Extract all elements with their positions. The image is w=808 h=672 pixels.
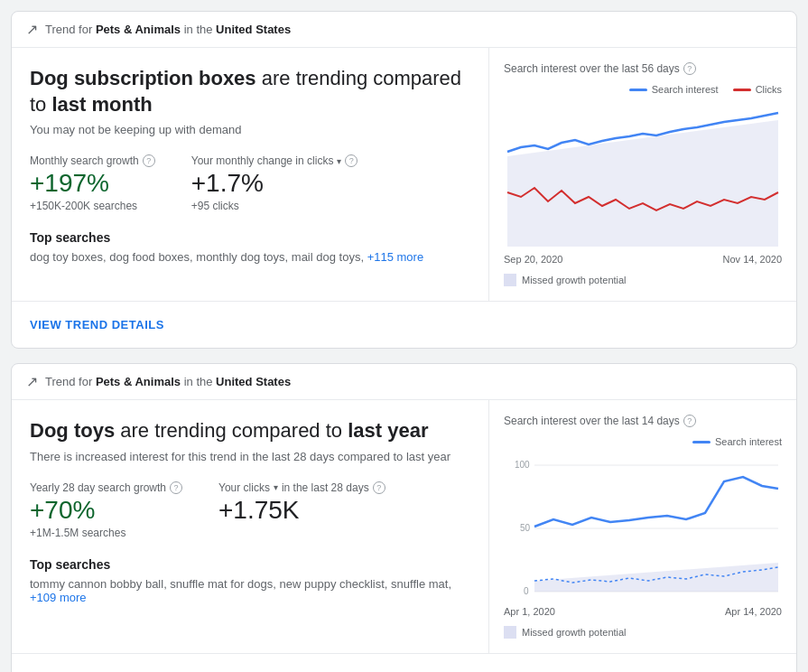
info-icon-clicks-2[interactable]: ?	[373, 481, 385, 494]
metric-clicks-2: Your clicks ▾ in the last 28 days ? +1.7…	[218, 481, 385, 539]
trend-subtitle-1: You may not be keeping up with demand	[30, 123, 470, 136]
metric-value-search-1: +197%	[30, 171, 155, 196]
metrics-row-1: Monthly search growth ? +197% +150K-200K…	[30, 154, 470, 212]
legend-line-blue-1	[629, 89, 647, 91]
header-location-1: United States	[216, 23, 291, 36]
legend-line-blue-2	[692, 441, 710, 443]
trend-period-1: last month	[51, 93, 152, 116]
svg-marker-7	[534, 563, 778, 592]
metric-sub-clicks-1: +95 clicks	[191, 200, 358, 212]
svg-text:50: 50	[520, 523, 531, 533]
metric-label-clicks-2: Your clicks ▾ in the last 28 days ?	[218, 481, 385, 494]
card-footer-2: VIEW TREND DETAILS	[12, 653, 796, 672]
info-icon-search-1[interactable]: ?	[143, 154, 155, 167]
trend-card-2: ↗ Trend for Pets & Animals in the United…	[11, 363, 797, 672]
header-text-1: Trend for Pets & Animals in the United S…	[45, 23, 291, 36]
metric-search-growth-1: Monthly search growth ? +197% +150K-200K…	[30, 154, 155, 212]
card-body-1: Dog subscription boxes are trending comp…	[12, 48, 796, 301]
card-footer-1: VIEW TREND DETAILS	[12, 301, 796, 348]
top-searches-text-1: dog toy boxes, dog food boxes, monthly d…	[30, 250, 470, 264]
chart-container-2: 100 50 0	[504, 454, 782, 599]
metric-value-clicks-2: +1.75K	[218, 498, 385, 523]
card-body-2: Dog toys are trending compared to last y…	[12, 400, 796, 653]
info-icon-search-2[interactable]: ?	[170, 481, 182, 494]
legend-clicks-1: Clicks	[733, 84, 782, 95]
header-text-2: Trend for Pets & Animals in the United S…	[45, 375, 291, 388]
missed-box-2	[504, 626, 516, 639]
trend-subtitle-2: There is increased interest for this tre…	[30, 450, 470, 463]
legend-missed-1: Missed growth potential	[504, 274, 782, 286]
trend-title-1: Dog subscription boxes are trending comp…	[30, 66, 470, 117]
top-searches-link-2[interactable]: +109 more	[30, 591, 87, 604]
chart-svg-2: 100 50 0	[504, 454, 782, 599]
svg-marker-0	[507, 120, 778, 247]
trend-arrow-icon: ↗	[26, 21, 38, 38]
header-category-2: Pets & Animals	[96, 375, 181, 388]
metric-value-clicks-1: +1.7%	[191, 171, 358, 196]
metric-value-search-2: +70%	[30, 498, 182, 523]
header-location-2: United States	[216, 375, 291, 388]
header-category-1: Pets & Animals	[96, 23, 181, 36]
chart-dates-1: Sep 20, 2020 Nov 14, 2020	[504, 254, 782, 265]
dropdown-icon-2[interactable]: ▾	[274, 482, 278, 492]
view-trend-btn-1[interactable]: VIEW TREND DETAILS	[30, 313, 164, 337]
top-searches-text-2: tommy cannon bobby ball, snuffle mat for…	[30, 577, 470, 604]
trend-keyword-1: Dog subscription boxes	[30, 67, 256, 89]
chart-title-1: Search interest over the last 56 days ?	[504, 62, 782, 75]
top-searches-link-1[interactable]: +115 more	[367, 250, 424, 264]
card-right-1: Search interest over the last 56 days ? …	[489, 48, 796, 301]
svg-text:0: 0	[524, 586, 529, 596]
card-header-2: ↗ Trend for Pets & Animals in the United…	[12, 364, 796, 400]
trend-period-2: last year	[348, 419, 428, 442]
trend-title-2: Dog toys are trending compared to last y…	[30, 418, 470, 444]
card-left-1: Dog subscription boxes are trending comp…	[12, 48, 489, 301]
view-trend-btn-2[interactable]: VIEW TREND DETAILS	[30, 665, 164, 672]
chart-title-2: Search interest over the last 14 days ?	[504, 415, 782, 427]
legend-line-red-1	[733, 89, 751, 91]
chart-svg-1	[504, 102, 782, 247]
metric-search-growth-2: Yearly 28 day search growth ? +70% +1M-1…	[30, 481, 182, 539]
trend-card-1: ↗ Trend for Pets & Animals in the United…	[11, 11, 797, 349]
missed-box-1	[504, 274, 516, 286]
card-left-2: Dog toys are trending compared to last y…	[12, 400, 489, 653]
legend-search-interest-2: Search interest	[692, 436, 782, 447]
legend-search-interest-1: Search interest	[629, 84, 719, 95]
top-searches-label-2: Top searches	[30, 557, 470, 572]
card-header-1: ↗ Trend for Pets & Animals in the United…	[12, 12, 796, 48]
chart-legend-2: Search interest	[504, 436, 782, 447]
metric-label-search-2: Yearly 28 day search growth ?	[30, 481, 182, 494]
legend-missed-2: Missed growth potential	[504, 626, 782, 639]
metric-sub-search-1: +150K-200K searches	[30, 200, 155, 212]
dropdown-icon-1[interactable]: ▾	[337, 156, 341, 166]
metric-clicks-1: Your monthly change in clicks ▾ ? +1.7% …	[191, 154, 358, 212]
info-icon-clicks-1[interactable]: ?	[345, 154, 358, 167]
card-right-2: Search interest over the last 14 days ? …	[489, 400, 796, 653]
info-icon-chart-2[interactable]: ?	[683, 415, 696, 427]
metric-label-clicks-1: Your monthly change in clicks ▾ ?	[191, 154, 358, 167]
metric-sub-search-2: +1M-1.5M searches	[30, 527, 182, 539]
top-searches-label-1: Top searches	[30, 230, 470, 245]
chart-dates-2: Apr 1, 2020 Apr 14, 2020	[504, 606, 782, 617]
chart-container-1	[504, 102, 782, 247]
svg-text:100: 100	[515, 460, 530, 470]
trend-keyword-2: Dog toys	[30, 419, 115, 442]
metric-label-search-1: Monthly search growth ?	[30, 154, 155, 167]
chart-legend-1: Search interest Clicks	[504, 84, 782, 95]
info-icon-chart-1[interactable]: ?	[683, 62, 696, 75]
trend-arrow-icon-2: ↗	[26, 373, 38, 390]
metrics-row-2: Yearly 28 day search growth ? +70% +1M-1…	[30, 481, 470, 539]
